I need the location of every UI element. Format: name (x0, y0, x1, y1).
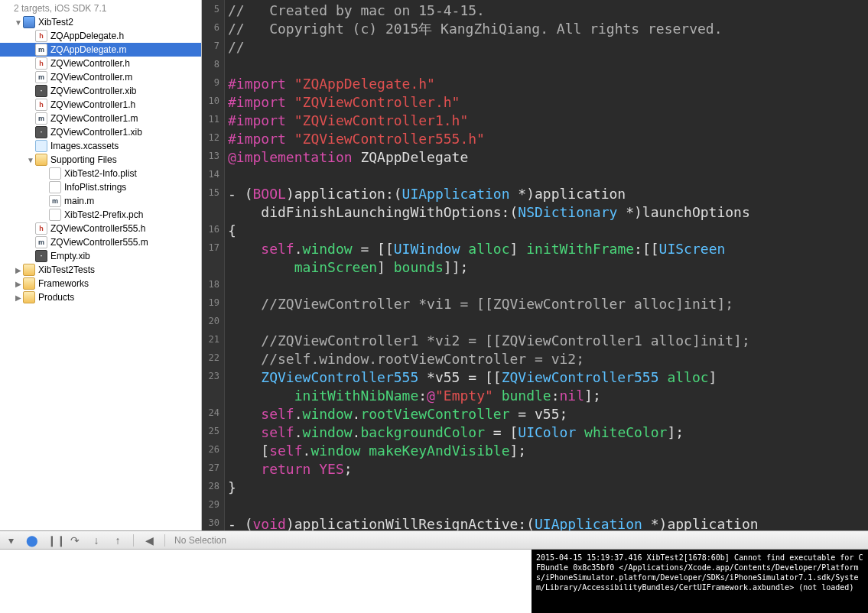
tree-item[interactable]: ·ZQViewController.xib (0, 84, 201, 98)
tree-item-label: Products (38, 292, 74, 303)
line-number: 17 (202, 238, 219, 275)
code-line[interactable]: self.window = [[UIWindow alloc] initWith… (228, 240, 865, 277)
tree-item[interactable]: Products (0, 290, 201, 304)
tree-item[interactable]: mZQViewController555.m (0, 235, 201, 249)
tree-item[interactable]: XibTest2Tests (0, 263, 201, 277)
tree-item-label: Supporting Files (50, 154, 117, 165)
code-line[interactable]: // (228, 38, 865, 57)
line-number: 5 (202, 0, 219, 18)
code-line[interactable]: @implementation ZQAppDelegate (228, 148, 865, 167)
code-line[interactable] (228, 497, 865, 515)
code-line[interactable]: // Created by mac on 15-4-15. (228, 2, 865, 20)
tree-item-label: Frameworks (38, 278, 89, 289)
tree-item[interactable]: InfoPlist.strings (0, 180, 201, 194)
line-number: 20 (202, 312, 219, 330)
tree-item[interactable]: hZQAppDelegate.h (0, 29, 201, 43)
plist-icon (49, 209, 61, 221)
tree-item[interactable]: ·Empty.xib (0, 249, 201, 263)
folder-icon (35, 154, 47, 166)
code-line[interactable]: #import "ZQViewController555.h" (228, 130, 865, 148)
tree-item-label: Empty.xib (50, 251, 90, 261)
code-line[interactable] (228, 167, 865, 185)
line-number: 21 (202, 330, 219, 349)
code-content[interactable]: // Created by mac on 15-4-15.// Copyrigh… (225, 0, 868, 530)
tree-item[interactable]: mmain.m (0, 194, 201, 208)
code-line[interactable] (228, 313, 865, 332)
project-navigator[interactable]: 2 targets, iOS SDK 7.1 XibTest2hZQAppDel… (0, 0, 202, 530)
no-selection-label: No Selection (174, 535, 226, 546)
tree-item[interactable]: mZQViewController.m (0, 70, 201, 84)
assets-icon (35, 140, 47, 152)
tree-item[interactable]: Frameworks (0, 277, 201, 290)
step-out-icon[interactable]: ↑ (112, 534, 124, 547)
debug-toolbar[interactable]: ▾ ⬤ ❙❙ ↷ ↓ ↑ ◀ No Selection (0, 531, 868, 550)
code-line[interactable]: ZQViewController555 *v55 = [[ZQViewContr… (228, 368, 865, 405)
h-icon: h (35, 57, 47, 70)
folder-icon (23, 277, 35, 290)
line-number: 29 (202, 495, 219, 514)
location-icon[interactable]: ◀ (143, 534, 155, 547)
code-line[interactable]: [self.window makeKeyAndVisible]; (228, 442, 865, 460)
code-line[interactable]: } (228, 478, 865, 497)
line-number: 13 (202, 147, 219, 165)
xib-icon: · (35, 85, 47, 97)
tree-item[interactable]: ·ZQViewController1.xib (0, 125, 201, 139)
code-line[interactable]: { (228, 222, 865, 240)
source-editor[interactable]: 5678910111213141516171819202122232425262… (202, 0, 868, 530)
tree-item-label: ZQViewController1.xib (50, 127, 142, 138)
tree-item-label: ZQAppDelegate.m (50, 44, 126, 55)
pause-icon[interactable]: ❙❙ (47, 534, 60, 547)
line-number: 9 (202, 73, 219, 92)
tree-item[interactable]: XibTest2-Prefix.pch (0, 208, 201, 222)
variables-view[interactable] (0, 550, 532, 613)
tree-item[interactable]: XibTest2 (0, 15, 201, 29)
code-line[interactable]: #import "ZQAppDelegate.h" (228, 75, 865, 93)
code-line[interactable]: - (void)applicationWillResignActive:(UIA… (228, 515, 865, 530)
tree-item[interactable]: Images.xcassets (0, 139, 201, 153)
line-number: 19 (202, 294, 219, 312)
code-line[interactable]: return YES; (228, 460, 865, 478)
tree-item-label: Images.xcassets (50, 141, 119, 151)
m-icon: m (35, 112, 47, 125)
disclosure-triangle[interactable] (14, 280, 23, 288)
tree-item-label: ZQViewController555.h (50, 223, 146, 234)
code-line[interactable]: //ZQViewController1 *vi2 = [[ZQViewContr… (228, 332, 865, 350)
code-line[interactable]: self.window.rootViewController = v55; (228, 405, 865, 423)
tree-item[interactable]: hZQViewController.h (0, 57, 201, 70)
breakpoint-icon[interactable]: ⬤ (26, 534, 38, 547)
code-line[interactable] (228, 57, 865, 75)
strings-icon (49, 181, 61, 193)
tree-item[interactable]: XibTest2-Info.plist (0, 167, 201, 180)
step-over-icon[interactable]: ↷ (69, 534, 81, 547)
line-number: 23 (202, 367, 219, 404)
code-line[interactable] (228, 277, 865, 295)
code-line[interactable]: #import "ZQViewController.h" (228, 93, 865, 112)
disclosure-triangle[interactable] (14, 266, 23, 274)
toggle-debug-icon[interactable]: ▾ (5, 534, 17, 547)
disclosure-triangle[interactable] (26, 156, 35, 164)
tree-item-label: XibTest2-Info.plist (64, 168, 137, 179)
line-number: 8 (202, 55, 219, 73)
code-line[interactable]: // Copyright (c) 2015年 KangZhiQiang. All… (228, 20, 865, 38)
line-number: 18 (202, 275, 219, 294)
tree-item[interactable]: Supporting Files (0, 153, 201, 167)
code-line[interactable]: //ZQViewController *vi1 = [[ZQViewContro… (228, 295, 865, 313)
code-line[interactable]: - (BOOL)application:(UIApplication *)app… (228, 185, 865, 222)
tree-item[interactable]: mZQAppDelegate.m (0, 43, 201, 57)
tree-item-label: main.m (64, 196, 94, 206)
code-line[interactable]: //self.window.rootViewController = vi2; (228, 350, 865, 368)
targets-line: 2 targets, iOS SDK 7.1 (0, 2, 201, 15)
code-line[interactable]: self.window.backgroundColor = [UIColor w… (228, 423, 865, 442)
tree-item-label: ZQViewController1.m (50, 113, 138, 124)
disclosure-triangle[interactable] (14, 294, 23, 302)
disclosure-triangle[interactable] (14, 18, 23, 27)
tree-item-label: ZQViewController.h (50, 58, 130, 69)
console-output[interactable]: 2015-04-15 15:19:37.416 XibTest2[1678:60… (532, 550, 868, 613)
code-line[interactable]: #import "ZQViewController1.h" (228, 112, 865, 130)
tree-item[interactable]: hZQViewController1.h (0, 98, 201, 112)
tree-item[interactable]: mZQViewController1.m (0, 112, 201, 125)
step-in-icon[interactable]: ↓ (90, 534, 102, 547)
line-number: 24 (202, 404, 219, 422)
line-number: 22 (202, 349, 219, 367)
tree-item[interactable]: hZQViewController555.h (0, 222, 201, 235)
